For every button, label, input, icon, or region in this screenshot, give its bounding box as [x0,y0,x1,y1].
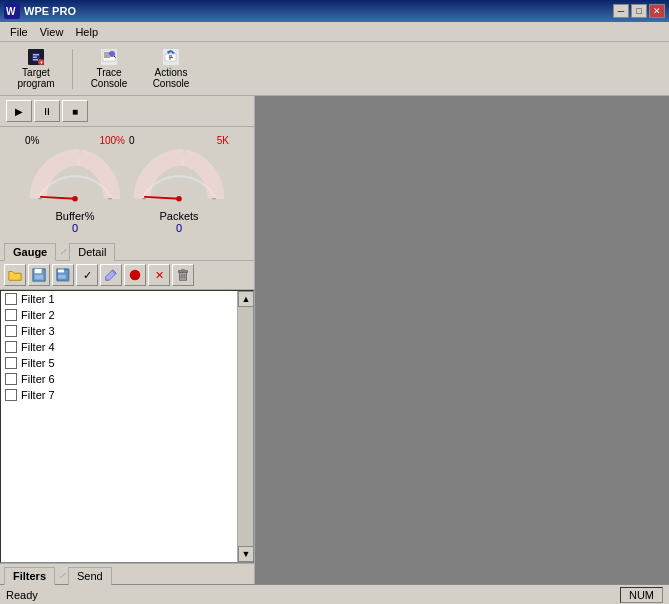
filter-checkbox-4[interactable] [5,341,17,353]
close-button[interactable]: ✕ [649,4,665,18]
filter-checkbox-7[interactable] [5,389,17,401]
svg-point-35 [130,270,141,281]
filter-checkbox-1[interactable] [5,293,17,305]
list-item[interactable]: Filter 7 [1,387,237,403]
filter-label-4: Filter 4 [21,341,55,353]
svg-rect-31 [58,269,64,273]
svg-rect-6 [33,59,38,61]
trace-console-label: Trace Console [82,67,136,89]
svg-rect-13 [104,56,110,57]
tab-separator: ⟋ [58,243,69,259]
trash-icon [176,268,190,282]
filter-tab-bar: Filters ⟋ Send [0,563,254,584]
filter-checkbox-6[interactable] [5,373,17,385]
svg-rect-32 [58,275,66,279]
filter-edit-button[interactable] [100,264,122,286]
save-icon [32,268,46,282]
buffer-gauge-labels: 0% 100% [25,135,125,146]
menu-bar: File View Help [0,22,669,42]
packets-min-label: 0 [129,135,135,146]
filter-delete-button[interactable]: ✕ [148,264,170,286]
actions-icon [155,49,187,65]
menu-view[interactable]: View [34,25,70,39]
filter-toolbar: ✓ ✕ [0,261,254,290]
buffer-gauge-title: Buffer% [56,210,95,222]
list-item[interactable]: Filter 3 [1,323,237,339]
open-folder-icon [8,268,22,282]
svg-rect-28 [35,269,42,273]
list-item[interactable]: Filter 5 [1,355,237,371]
filter-tab-separator: ⟋ [57,567,68,583]
target-program-button[interactable]: ▼ Target program [6,46,66,92]
filter-list: Filter 1 Filter 2 Filter 3 Filter 4 Filt… [1,291,253,562]
buffer-gauge: 0% 100% Buffer% 0 [25,135,125,234]
play-button[interactable]: ▶ [6,100,32,122]
list-item[interactable]: Filter 4 [1,339,237,355]
actions-console-button[interactable]: Actions Console [141,46,201,92]
title-bar-buttons: ─ □ ✕ [613,4,665,18]
tab-filters[interactable]: Filters [4,567,55,585]
record-icon [128,268,142,282]
svg-point-15 [110,52,114,56]
svg-text:▼: ▼ [40,59,44,64]
list-item[interactable]: Filter 6 [1,371,237,387]
filter-checkbox-2[interactable] [5,309,17,321]
app-title: WPE PRO [24,5,76,17]
svg-rect-4 [33,54,39,56]
filter-checkbox-5[interactable] [5,357,17,369]
svg-point-26 [176,196,182,202]
menu-help[interactable]: Help [69,25,104,39]
buffer-gauge-value: 0 [72,222,78,234]
scroll-up-button[interactable]: ▲ [238,291,254,307]
left-panel: ▶ ⏸ ■ 0% 100% [0,96,255,584]
filter-clear-button[interactable] [172,264,194,286]
tab-gauge[interactable]: Gauge [4,243,56,261]
filter-label-6: Filter 6 [21,373,55,385]
buffer-gauge-svg [25,148,125,208]
filter-save-all-button[interactable] [52,264,74,286]
title-bar-left: W WPE PRO [4,3,76,19]
svg-rect-5 [33,56,37,58]
filter-open-button[interactable] [4,264,26,286]
pause-button[interactable]: ⏸ [34,100,60,122]
filter-label-1: Filter 1 [21,293,55,305]
status-right: NUM [620,587,663,603]
packets-gauge-svg [129,148,229,208]
maximize-button[interactable]: □ [631,4,647,18]
menu-file[interactable]: File [4,25,34,39]
stop-button[interactable]: ■ [62,100,88,122]
toolbar-separator-1 [72,49,73,89]
filter-label-7: Filter 7 [21,389,55,401]
scroll-down-button[interactable]: ▼ [238,546,254,562]
svg-rect-38 [181,269,185,271]
list-item[interactable]: Filter 1 [1,291,237,307]
title-bar: W WPE PRO ─ □ ✕ [0,0,669,22]
buffer-max-label: 100% [99,135,125,146]
tab-send[interactable]: Send [68,567,112,585]
filter-save-button[interactable] [28,264,50,286]
filter-record-button[interactable] [124,264,146,286]
minimize-button[interactable]: ─ [613,4,629,18]
filter-checkbox-3[interactable] [5,325,17,337]
status-text: Ready [6,589,38,601]
svg-rect-37 [179,271,188,273]
trace-console-button[interactable]: Trace Console [79,46,139,92]
svg-point-22 [72,196,78,202]
trace-icon [93,49,125,65]
packets-gauge: 0 5K Packets 0 [129,135,229,234]
gauge-tab-bar: Gauge ⟋ Detail [0,242,254,261]
packets-gauge-labels: 0 5K [129,135,229,146]
tab-detail[interactable]: Detail [69,243,115,261]
target-program-label: Target program [9,67,63,89]
svg-rect-12 [104,54,109,55]
filter-check-button[interactable]: ✓ [76,264,98,286]
buffer-min-label: 0% [25,135,39,146]
packets-max-label: 5K [217,135,229,146]
svg-rect-29 [35,275,44,279]
packets-gauge-value: 0 [176,222,182,234]
status-bar: Ready NUM [0,584,669,604]
app-icon: W [4,3,20,19]
list-item[interactable]: Filter 2 [1,307,237,323]
filter-scrollbar: ▲ ▼ [237,291,253,562]
scroll-track[interactable] [238,307,253,546]
